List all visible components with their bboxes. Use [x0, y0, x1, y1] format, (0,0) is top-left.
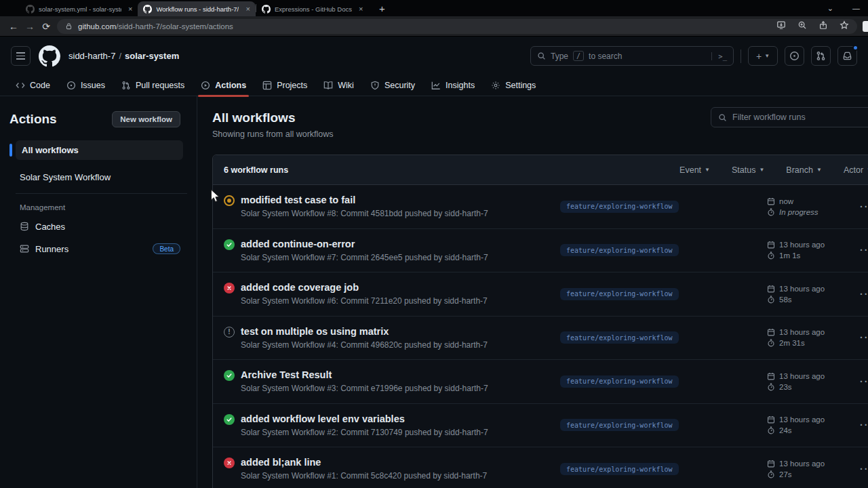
filter-dropdown-branch[interactable]: Branch▼ — [786, 165, 822, 175]
kebab-menu-icon[interactable]: ··· — [860, 289, 868, 300]
run-title-link[interactable]: Archive Test Result — [241, 369, 488, 382]
code-icon — [16, 81, 25, 90]
kebab-menu-icon[interactable]: ··· — [860, 245, 868, 256]
kebab-menu-icon[interactable]: ··· — [860, 464, 868, 474]
workflow-run-row[interactable]: Archive Test Result Solar System Workflo… — [213, 360, 868, 404]
cancelled-icon: ! — [224, 327, 235, 338]
issues-dashboard-button[interactable] — [785, 46, 804, 66]
server-icon — [20, 244, 29, 253]
filter-dropdown-actor[interactable]: Actor▼ — [844, 165, 868, 175]
run-title-link[interactable]: modified test case to fail — [241, 194, 488, 207]
tab-title: Expressions - GitHub Docs — [275, 5, 352, 13]
branch-badge[interactable]: feature/exploring-workflow — [560, 375, 679, 388]
run-title-link[interactable]: added code coverage job — [241, 281, 488, 294]
calendar-icon — [767, 197, 775, 205]
breadcrumb-owner-link[interactable]: sidd-harth-7 — [68, 51, 115, 61]
branch-badge[interactable]: feature/exploring-workflow — [560, 244, 679, 256]
reload-button[interactable]: ⟳ — [38, 21, 54, 32]
run-title-link[interactable]: added workflow level env variables — [241, 413, 488, 426]
repo-tab-security[interactable]: Security — [364, 75, 421, 96]
workflow-run-row[interactable]: added workflow level env variables Solar… — [213, 404, 868, 448]
projects-icon — [262, 81, 272, 90]
hamburger-menu-button[interactable] — [11, 46, 31, 66]
branch-badge[interactable]: feature/exploring-workflow — [560, 288, 679, 300]
back-button[interactable]: ← — [5, 21, 22, 32]
repo-tab-settings[interactable]: Settings — [485, 75, 542, 96]
run-duration: 58s — [779, 296, 792, 304]
repo-tab-projects[interactable]: Projects — [256, 75, 313, 96]
address-bar[interactable]: github.com/sidd-harth-7/solar-system/act… — [57, 19, 857, 34]
search-icon — [718, 113, 727, 122]
filter-dropdown-status[interactable]: Status▼ — [732, 165, 764, 175]
share-icon[interactable] — [818, 20, 828, 33]
notifications-inbox-button[interactable] — [837, 46, 857, 66]
tab-close-icon[interactable]: × — [359, 5, 363, 13]
pull-requests-dashboard-button[interactable] — [811, 46, 831, 66]
filter-dropdown-event[interactable]: Event▼ — [679, 165, 710, 175]
run-time: 13 hours ago — [779, 285, 825, 293]
workflow-run-row[interactable]: added code coverage job Solar System Wor… — [213, 272, 868, 317]
extension-icon[interactable] — [863, 21, 868, 32]
repo-tab-issues[interactable]: Issues — [60, 75, 111, 96]
stopwatch-icon — [767, 296, 775, 304]
browser-tab-2-active[interactable]: Workflow runs - sidd-harth-7/so × — [138, 1, 255, 16]
sidebar-item-runners[interactable]: Runners Beta — [20, 241, 180, 256]
kebab-menu-icon[interactable]: ··· — [860, 332, 868, 343]
run-title-link[interactable]: test on multiple os using matrix — [241, 325, 488, 338]
branch-badge[interactable]: feature/exploring-workflow — [560, 201, 679, 213]
sidebar-item-all-workflows[interactable]: All workflows — [16, 140, 183, 160]
install-app-icon[interactable] — [776, 20, 786, 33]
workflow-run-row[interactable]: modified test case to fail Solar System … — [213, 185, 868, 229]
page-subtitle: Showing runs from all workflows — [212, 129, 868, 139]
repo-tab-pull-requests[interactable]: Pull requests — [115, 75, 191, 96]
github-favicon — [262, 5, 271, 14]
repo-tab-actions[interactable]: Actions — [195, 75, 252, 96]
github-logo-icon[interactable] — [39, 45, 60, 67]
calendar-icon — [767, 285, 775, 293]
play-icon — [201, 81, 210, 90]
workflow-run-row[interactable]: added continue-on-error Solar System Wor… — [213, 229, 868, 273]
lock-icon — [65, 22, 73, 30]
workflow-runs-panel: 6 workflow runs Event▼Status▼Branch▼Acto… — [212, 155, 868, 488]
browser-tab-1[interactable]: solar-system.yml - solar-system × — [20, 1, 138, 16]
tab-close-icon[interactable]: × — [245, 5, 250, 13]
run-title-link[interactable]: added bl;ank line — [241, 456, 487, 469]
browser-tabstrip: solar-system.yml - solar-system × Workfl… — [0, 0, 868, 16]
kebab-menu-icon[interactable]: ··· — [860, 420, 868, 430]
tab-search-icon[interactable]: ⌄ — [827, 4, 833, 13]
create-new-button[interactable]: +▼ — [748, 46, 778, 66]
tab-close-icon[interactable]: × — [128, 5, 132, 13]
repo-tab-wiki[interactable]: Wiki — [317, 75, 360, 96]
zoom-icon[interactable] — [797, 20, 807, 33]
branch-badge[interactable]: feature/exploring-workflow — [560, 463, 679, 475]
forward-button[interactable]: → — [22, 21, 38, 32]
kebab-menu-icon[interactable]: ··· — [860, 201, 868, 212]
branch-badge[interactable]: feature/exploring-workflow — [560, 419, 679, 431]
global-search-input[interactable]: Type / to search >_ — [530, 46, 734, 66]
workflow-run-row[interactable]: ! test on multiple os using matrix Solar… — [213, 317, 868, 361]
browser-toolbar: ← → ⟳ github.com/sidd-harth-7/solar-syst… — [0, 16, 868, 37]
breadcrumb-repo-link[interactable]: solar-system — [125, 51, 179, 61]
sidebar-item-caches[interactable]: Caches — [20, 219, 180, 234]
browser-tab-3[interactable]: Expressions - GitHub Docs × — [256, 1, 368, 16]
repo-tab-code[interactable]: Code — [9, 75, 56, 96]
branch-badge[interactable]: feature/exploring-workflow — [560, 331, 679, 344]
window-minimize-button[interactable]: — — [852, 4, 860, 13]
new-tab-button[interactable]: + — [375, 3, 389, 14]
run-meta: Solar System Workflow #2: Commit 7130749… — [241, 428, 488, 437]
command-palette-icon[interactable]: >_ — [711, 52, 727, 60]
bookmark-star-icon[interactable] — [840, 20, 849, 33]
pr-icon — [121, 81, 131, 90]
workflow-run-row[interactable]: added bl;ank line Solar System Workflow … — [213, 447, 868, 488]
new-workflow-button[interactable]: New workflow — [112, 111, 180, 127]
filter-workflow-runs-input[interactable]: Filter workflow runs — [711, 107, 868, 127]
kebab-menu-icon[interactable]: ··· — [860, 376, 868, 387]
in-progress-icon — [224, 195, 235, 206]
success-check-icon — [224, 370, 235, 381]
github-header: sidd-harth-7/solar-system Type / to sear… — [0, 37, 868, 75]
runs-count: 6 workflow runs — [224, 165, 288, 175]
run-meta: Solar System Workflow #3: Commit e71996e… — [241, 384, 488, 393]
repo-tab-insights[interactable]: Insights — [425, 75, 481, 96]
sidebar-item-solar-system-workflow[interactable]: Solar System Workflow — [20, 172, 183, 182]
run-title-link[interactable]: added continue-on-error — [241, 238, 488, 251]
